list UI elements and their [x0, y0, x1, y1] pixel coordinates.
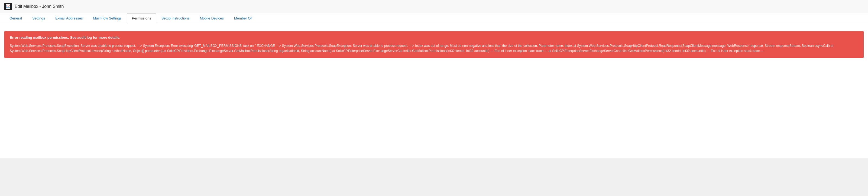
tab-member-of[interactable]: Member Of: [229, 13, 257, 23]
page-title: Edit Mailbox - John Smith: [14, 4, 64, 9]
tab-permissions[interactable]: Permissions: [127, 13, 156, 23]
error-title: Error reading mailbox permissions. See a…: [10, 35, 858, 39]
app-icon: [4, 3, 12, 10]
error-details: System.Web.Services.Protocols.SoapExcept…: [10, 43, 858, 54]
tab-mobile-devices[interactable]: Mobile Devices: [195, 13, 229, 23]
tab-setup-instructions[interactable]: Setup Instructions: [156, 13, 195, 23]
error-box: Error reading mailbox permissions. See a…: [4, 31, 864, 58]
page-header: Edit Mailbox - John Smith: [0, 0, 868, 13]
tab-general[interactable]: General: [4, 13, 27, 23]
tab-settings[interactable]: Settings: [27, 13, 50, 23]
tab-email-addresses[interactable]: E-mail Addresses: [50, 13, 88, 23]
tabs-bar: General Settings E-mail Addresses Mail F…: [0, 13, 868, 23]
content-area: Error reading mailbox permissions. See a…: [0, 23, 868, 158]
tab-mail-flow-settings[interactable]: Mail Flow Settings: [88, 13, 126, 23]
